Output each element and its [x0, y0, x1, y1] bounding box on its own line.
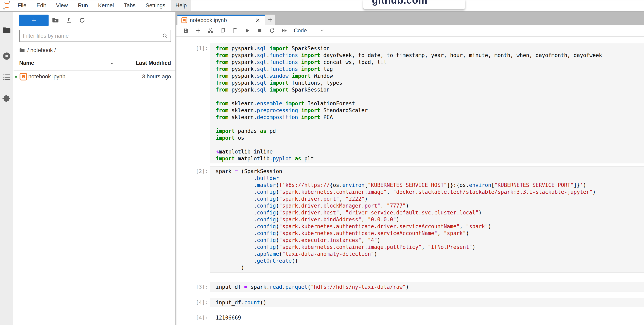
notebook-file-icon [181, 17, 187, 23]
folder-icon [2, 32, 11, 35]
activity-bar [0, 12, 13, 325]
code-line: .builder [216, 175, 644, 182]
code-line: from pyspark.sql.window import Window [216, 73, 644, 79]
puzzle-icon [2, 100, 11, 103]
filter-box [19, 30, 171, 42]
cell-editor[interactable]: input_df = spark.read.parquet("hdfs://hd… [210, 282, 644, 292]
new-folder-button[interactable] [51, 16, 60, 25]
tab-notebook[interactable]: notebook.ipynb [178, 15, 265, 25]
code-line: .config("spark.executor.instances", "4") [216, 237, 644, 244]
code-line: spark = (SparkSession [216, 168, 644, 175]
home-folder-icon[interactable] [19, 47, 25, 53]
menu-item-edit[interactable]: Edit [32, 0, 50, 11]
sidebar-tab-file-browser[interactable] [2, 26, 11, 35]
main-area: notebook.ipynb Code [1]:from pyspark.sql… [176, 12, 644, 325]
sort-ascending-icon [110, 62, 114, 65]
tab-bar: notebook.ipynb [176, 12, 644, 25]
menu-item-run[interactable]: Run [74, 0, 92, 11]
browser-popup: github.com [363, 0, 465, 10]
fast-forward-icon [282, 28, 288, 34]
plus-icon [31, 17, 37, 23]
code-line: input_df = spark.read.parquet("hdfs://hd… [216, 283, 644, 290]
cut-icon [208, 28, 214, 34]
cell-editor[interactable]: from pyspark.sql import SparkSessionfrom… [210, 44, 644, 163]
sidebar-tab-table-of-contents[interactable] [2, 73, 11, 81]
code-line: from pyspark.sql import functions, types [216, 79, 644, 86]
new-launcher-button[interactable] [19, 15, 48, 26]
code-line: .config("spark.driver.host", "driver-ser… [216, 209, 644, 216]
close-tab-icon[interactable] [255, 17, 261, 23]
search-icon [162, 33, 168, 39]
sidebar-tab-running-kernels[interactable] [2, 52, 11, 60]
code-line: .appName("taxi-data-anomaly-detection") [216, 250, 644, 257]
plus-icon [195, 28, 201, 34]
code-line: .config("spark.driver.port", "2222") [216, 195, 644, 202]
cell-type-value: Code [294, 28, 307, 34]
code-line: from pyspark.sql.functions import concat… [216, 59, 644, 66]
restart-run-all-button[interactable] [282, 28, 288, 34]
notebook-content: [1]:from pyspark.sql import SparkSession… [176, 37, 644, 325]
run-cell-button[interactable] [244, 28, 250, 34]
list-icon [2, 79, 11, 82]
code-line: .config("spark.kubernetes.authenticate.s… [216, 230, 644, 237]
menu-item-file[interactable]: File [13, 0, 31, 11]
code-line [216, 141, 644, 148]
code-line: .config("spark.kubernetes.container.imag… [216, 189, 644, 195]
notebook-toolbar: Code [176, 25, 644, 37]
breadcrumb-path: / notebook / [27, 47, 56, 54]
refresh-button[interactable] [78, 16, 86, 25]
code-line: from sklearn.decomposition import PCA [216, 114, 644, 121]
code-line: .config("spark.kubernetes.authenticate.d… [216, 223, 644, 230]
insert-cell-button[interactable] [195, 28, 201, 34]
code-line: .master(f'k8s://https://{os.environ["KUB… [216, 182, 644, 189]
cut-cells-button[interactable] [208, 28, 214, 34]
cell-prompt: [2]: [176, 168, 208, 175]
code-line: from pyspark.sql.functions import lag [216, 66, 644, 73]
menu-item-kernel[interactable]: Kernel [94, 0, 118, 11]
paste-cells-button[interactable] [232, 28, 238, 34]
cell-editor[interactable]: spark = (SparkSession .builder .master(f… [210, 166, 644, 272]
interrupt-kernel-button[interactable] [257, 28, 263, 34]
code-line: import os [216, 134, 644, 141]
sidebar-tab-extensions[interactable] [2, 94, 11, 103]
column-header-modified[interactable]: Last Modified [136, 60, 171, 66]
cell-editor[interactable]: input_df.count() [210, 298, 644, 307]
menu-bar: FileEditViewRunKernelTabsSettingsHelp [0, 0, 644, 12]
code-line: from pyspark.sql import SparkSession [216, 45, 644, 52]
file-list-header: Name Last Modified [14, 56, 176, 71]
code-line [216, 121, 644, 128]
jupyterlab-window: FileEditViewRunKernelTabsSettingsHelp gi… [0, 0, 644, 325]
chevron-down-icon [320, 28, 325, 33]
code-line: from pyspark.sql.functions import dayofw… [216, 52, 644, 59]
breadcrumb[interactable]: / notebook / [19, 46, 56, 55]
save-icon [183, 28, 189, 34]
run-icon [244, 28, 250, 34]
copy-cells-button[interactable] [220, 28, 226, 34]
file-list: notebook.ipynb3 hours ago [14, 70, 176, 325]
paste-icon [232, 28, 238, 34]
save-button[interactable] [183, 28, 189, 34]
code-line: .config("spark.driver.blockManager.port"… [216, 202, 644, 209]
code-line: from sklearn.ensemble import IsolationFo… [216, 100, 644, 107]
code-line: import pandas as pd [216, 128, 644, 134]
refresh-icon [79, 17, 86, 24]
menu-item-help[interactable]: Help [171, 0, 191, 11]
column-header-name[interactable]: Name [19, 60, 34, 66]
file-row[interactable]: notebook.ipynb3 hours ago [14, 70, 176, 83]
menu-item-view[interactable]: View [52, 0, 72, 11]
new-tab-button[interactable] [265, 15, 275, 25]
menu-item-tabs[interactable]: Tabs [120, 0, 140, 11]
cell-type-dropdown[interactable]: Code [294, 28, 325, 34]
file-browser: / notebook / Name Last Modified notebook… [14, 12, 176, 325]
cell-prompt: [1]: [176, 45, 208, 52]
window-top-border [0, 0, 644, 1]
menu-item-settings[interactable]: Settings [142, 0, 170, 11]
refresh-icon [269, 28, 275, 34]
file-name: notebook.ipynb [28, 74, 65, 80]
code-line: .getOrCreate() [216, 257, 644, 264]
file-modified: 3 hours ago [142, 74, 171, 80]
upload-button[interactable] [64, 16, 73, 25]
filter-input[interactable] [20, 30, 170, 42]
restart-kernel-button[interactable] [269, 28, 275, 34]
column-divider [120, 57, 120, 69]
